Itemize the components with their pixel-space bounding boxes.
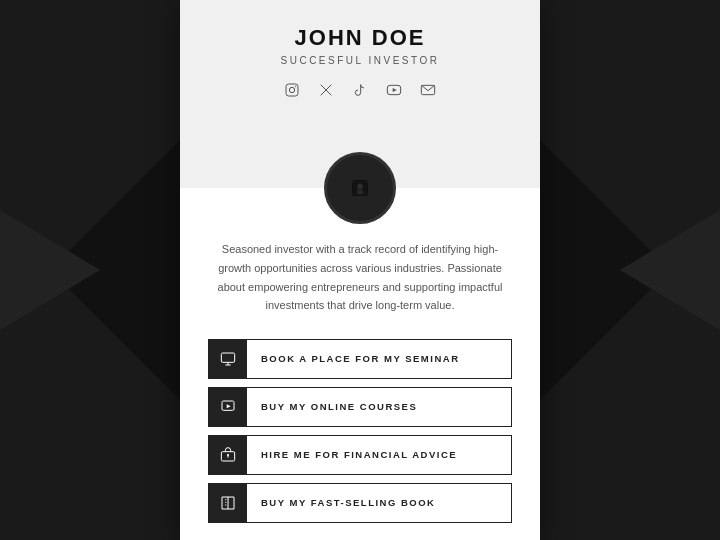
courses-label: BUY MY ONLINE COURSES [247,401,417,412]
profile-card: JOHN DOE SUCCESFUL INVESTOR [180,0,540,540]
book-icon [209,484,247,522]
svg-point-2 [295,86,296,87]
avatar [324,152,396,224]
courses-button[interactable]: BUY MY ONLINE COURSES [208,387,512,427]
svg-marker-6 [393,88,397,92]
advice-icon [209,436,247,474]
seminar-icon [209,340,247,378]
x-twitter-icon[interactable] [316,80,336,100]
avatar-image [352,180,368,196]
email-icon[interactable] [418,80,438,100]
advice-label: HIRE ME FOR FINANCIAL ADVICE [247,449,457,460]
card-header: JOHN DOE SUCCESFUL INVESTOR [180,0,540,116]
svg-rect-12 [352,180,368,196]
svg-marker-17 [227,404,231,408]
svg-point-20 [227,454,228,455]
instagram-icon[interactable] [282,80,302,100]
book-label: BUY MY FAST-SELLING BOOK [247,497,435,508]
courses-icon [209,388,247,426]
card-body: Seasoned investor with a track record of… [180,188,540,540]
svg-point-1 [289,87,294,92]
seminar-button[interactable]: BOOK A PLACE FOR MY SEMINAR [208,339,512,379]
action-buttons: BOOK A PLACE FOR MY SEMINAR BUY MY ONLIN… [208,339,512,523]
bg-triangle-mid-left [0,210,100,330]
youtube-icon[interactable] [384,80,404,100]
book-button[interactable]: BUY MY FAST-SELLING BOOK [208,483,512,523]
bio-text: Seasoned investor with a track record of… [208,240,512,315]
profile-name: JOHN DOE [200,25,520,51]
seminar-label: BOOK A PLACE FOR MY SEMINAR [247,353,460,364]
bg-triangle-mid-right [620,210,720,330]
profile-title: SUCCESFUL INVESTOR [200,55,520,66]
svg-rect-13 [221,353,234,362]
tiktok-icon[interactable] [350,80,370,100]
social-icons-row [200,80,520,100]
advice-button[interactable]: HIRE ME FOR FINANCIAL ADVICE [208,435,512,475]
avatar-section [180,116,540,188]
